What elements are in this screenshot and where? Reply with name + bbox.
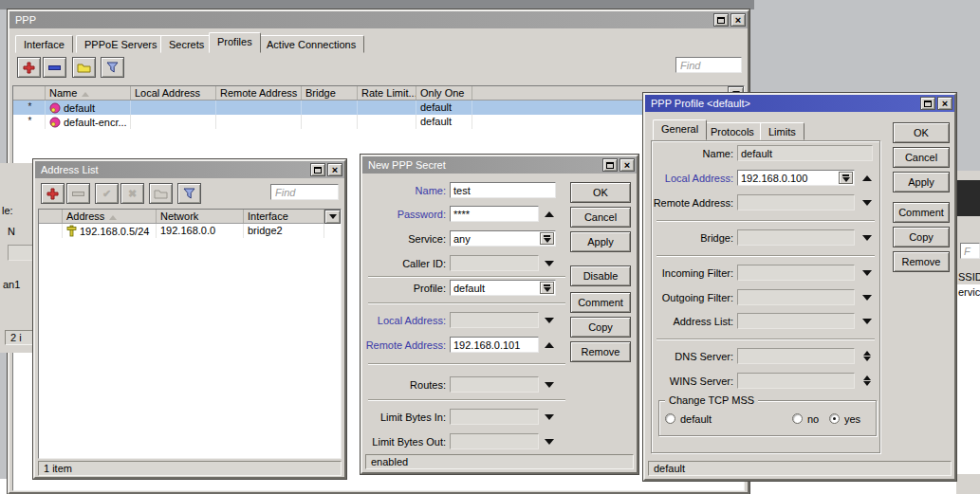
table-row-address[interactable]: 192.168.0.5/24 192.168.0.0 bridge2 <box>39 224 341 238</box>
separator <box>656 338 875 340</box>
down-arrow-button[interactable] <box>860 265 873 281</box>
flag-column-header[interactable] <box>39 210 63 223</box>
limit-bytes-in-input[interactable] <box>450 409 539 425</box>
column-select-button[interactable] <box>324 210 341 224</box>
down-arrow-button[interactable] <box>543 376 555 393</box>
password-input[interactable]: **** <box>450 206 539 222</box>
find-input[interactable] <box>675 57 742 73</box>
remove-button[interactable]: Remove <box>570 341 631 362</box>
rate-limit-column-header[interactable]: Rate Limit... <box>358 86 416 100</box>
radio-default[interactable] <box>665 413 675 424</box>
cancel-button[interactable]: Cancel <box>570 207 631 228</box>
maximize-button[interactable] <box>713 13 729 27</box>
interface-column-header[interactable]: Interface <box>244 210 324 223</box>
outgoing-filter-input[interactable] <box>737 289 855 305</box>
close-button[interactable]: × <box>730 13 746 27</box>
profile-select[interactable]: default <box>450 280 556 296</box>
remove-button[interactable] <box>66 183 90 204</box>
flag-column-header[interactable] <box>13 86 46 100</box>
dropdown-button[interactable] <box>839 172 853 184</box>
down-arrow-button[interactable] <box>860 229 873 246</box>
up-arrow-button[interactable] <box>543 337 555 353</box>
ok-button[interactable]: OK <box>893 122 950 143</box>
add-button[interactable] <box>41 183 65 204</box>
name-input[interactable]: default <box>737 145 873 161</box>
comment-button[interactable]: Comment <box>893 202 950 223</box>
remote-address-input[interactable] <box>737 194 855 210</box>
ppp-profile-icon <box>49 102 61 114</box>
caller-id-input[interactable] <box>450 255 539 271</box>
local-address-select[interactable]: 192.168.0.100 <box>737 170 855 186</box>
spinner-button[interactable] <box>860 373 873 389</box>
close-button[interactable]: × <box>937 97 952 110</box>
limit-bytes-out-input[interactable] <box>450 433 539 449</box>
filter-button[interactable] <box>177 183 201 204</box>
find-input[interactable] <box>270 184 339 200</box>
copy-button[interactable]: Copy <box>893 227 950 247</box>
wins-server-input[interactable] <box>737 373 855 389</box>
ok-button[interactable]: OK <box>570 182 631 203</box>
remove-button[interactable]: Remove <box>893 251 950 272</box>
network-column-header[interactable]: Network <box>157 210 244 223</box>
filter-button[interactable] <box>101 57 124 78</box>
close-button[interactable]: × <box>327 163 342 176</box>
table-row-default[interactable]: * default default <box>13 101 744 115</box>
up-arrow-button[interactable] <box>860 170 873 186</box>
radio-default-label: default <box>680 413 712 425</box>
dropdown-button[interactable] <box>540 282 554 294</box>
spinner-button[interactable] <box>860 348 873 364</box>
service-select[interactable]: any <box>450 230 556 247</box>
bridge-input[interactable] <box>737 229 855 246</box>
up-arrow-button[interactable] <box>543 206 555 222</box>
remote-address-input[interactable]: 192.168.0.101 <box>450 337 539 353</box>
limit-bytes-out-label: Limit Bytes Out: <box>362 433 446 449</box>
remote-address-column-header[interactable]: Remote Address <box>216 86 302 100</box>
local-address-input[interactable] <box>450 312 539 328</box>
maximize-button[interactable] <box>310 163 325 176</box>
down-arrow-button[interactable] <box>860 313 873 329</box>
down-arrow-button[interactable] <box>860 289 873 305</box>
disable-button[interactable]: ✖ <box>120 183 144 204</box>
name-input[interactable]: test <box>450 182 556 198</box>
comment-button[interactable]: Comment <box>570 292 631 313</box>
tab-secrets[interactable]: Secrets <box>160 35 213 53</box>
maximize-button[interactable] <box>920 97 935 110</box>
add-button[interactable] <box>17 57 41 78</box>
cancel-button[interactable]: Cancel <box>893 147 950 168</box>
address-column-header[interactable]: Address <box>63 210 157 223</box>
radio-no[interactable] <box>792 413 803 424</box>
down-arrow-button[interactable] <box>860 194 873 210</box>
down-arrow-button[interactable] <box>543 409 555 425</box>
tab-active-connections[interactable]: Active Connections <box>258 35 364 53</box>
name-column-header[interactable]: Name <box>46 86 131 100</box>
close-button[interactable]: × <box>619 158 635 172</box>
routes-input[interactable] <box>450 376 539 393</box>
only-one-column-header[interactable]: Only One <box>416 86 472 100</box>
tab-profiles[interactable]: Profiles <box>209 32 261 53</box>
copy-button[interactable]: Copy <box>570 317 631 338</box>
address-list-input[interactable] <box>737 313 855 329</box>
apply-button[interactable]: Apply <box>570 231 631 252</box>
bridge-column-header[interactable]: Bridge <box>302 86 358 100</box>
tab-limits[interactable]: Limits <box>760 122 804 140</box>
incoming-filter-input[interactable] <box>737 265 855 281</box>
disable-button[interactable]: Disable <box>570 265 631 286</box>
dns-server-input[interactable] <box>737 348 855 364</box>
apply-button[interactable]: Apply <box>893 172 950 192</box>
down-arrow-button[interactable] <box>543 255 555 271</box>
local-address-column-header[interactable]: Local Address <box>131 86 216 100</box>
table-row-default-encr[interactable]: * default-encr... default <box>13 115 744 129</box>
tab-pppoe-servers[interactable]: PPPoE Servers <box>76 35 165 53</box>
down-arrow-button[interactable] <box>543 312 555 328</box>
tab-interface[interactable]: Interface <box>15 35 73 53</box>
tab-protocols[interactable]: Protocols <box>702 122 763 140</box>
radio-yes[interactable] <box>829 413 840 424</box>
comment-button[interactable] <box>72 57 96 78</box>
enable-button[interactable]: ✔ <box>95 183 119 204</box>
maximize-button[interactable] <box>602 158 618 172</box>
tab-general[interactable]: General <box>653 119 707 140</box>
comment-button[interactable] <box>149 183 173 204</box>
dropdown-button[interactable] <box>540 232 554 245</box>
remove-button[interactable] <box>43 57 66 78</box>
down-arrow-button[interactable] <box>543 433 555 449</box>
